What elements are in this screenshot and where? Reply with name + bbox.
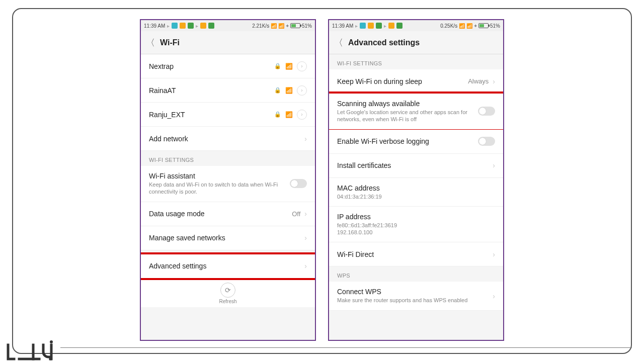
section-header: WPS <box>329 266 503 282</box>
row-title: Advanced settings <box>149 262 304 270</box>
chevron-right-icon: › <box>493 161 495 169</box>
wifi-network-row[interactable]: Ranju_EXT 🔒 📶 › <box>141 103 315 127</box>
signal-icon: 📶 <box>466 23 472 29</box>
wifi-icon: 📶 <box>285 111 293 118</box>
status-bar: 11:39 AM ▸ ▸ 2.21K/s 📶 📶 + 51% <box>141 20 315 31</box>
wifi-direct-row[interactable]: Wi-Fi Direct › <box>329 242 503 266</box>
refresh-icon[interactable]: ⟳ <box>220 283 235 298</box>
status-app-icon <box>208 23 214 29</box>
detail-icon[interactable]: › <box>297 110 307 120</box>
status-time: 11:39 AM <box>332 23 353 29</box>
toggle-switch[interactable] <box>478 107 495 116</box>
battery-icon <box>478 23 489 28</box>
row-title: IP address <box>337 213 495 221</box>
wifi-icon: 📶 <box>271 23 277 29</box>
signal-icon: 📶 <box>278 23 284 29</box>
row-title: Connect WPS <box>337 288 493 296</box>
phone-right: 11:39 AM ▸ ▸ 0.25K/s 📶 📶 + 51% <box>328 19 504 341</box>
mac-address-row: MAC address 04:d1:3a:21:36:19 <box>329 178 503 207</box>
ip-address-row: IP address fe80::6d1:3aff:fe21:3619 192.… <box>329 207 503 243</box>
wifi-icon: 📶 <box>459 23 465 29</box>
status-time: 11:39 AM <box>144 23 165 29</box>
chevron-right-icon: › <box>493 292 495 300</box>
wifi-network-row[interactable]: Nextrap 🔒 📶 › <box>141 54 315 78</box>
add-network-row[interactable]: Add network › <box>141 127 315 151</box>
row-subtitle: Keep data and Wi-Fi on to switch to data… <box>149 181 290 196</box>
wifi-network-row[interactable]: RainaAT 🔒 📶 › <box>141 78 315 103</box>
verbose-logging-row[interactable]: Enable Wi-Fi verbose logging <box>329 130 503 154</box>
page-title: Advanced settings <box>348 38 420 47</box>
lock-icon: 🔒 <box>274 111 281 118</box>
title-bar: 〈 Wi-Fi <box>141 31 315 54</box>
row-title: Wi-Fi assistant <box>149 172 290 180</box>
section-header: WI-FI SETTINGS <box>141 151 315 166</box>
row-value: Off <box>292 210 300 218</box>
footer-divider <box>60 347 632 348</box>
battery-percent: 51% <box>490 23 500 29</box>
chevron-right-icon: › <box>304 135 307 143</box>
wifi-assistant-row[interactable]: Wi-Fi assistant Keep data and Wi-Fi on t… <box>141 166 315 202</box>
connect-wps-row[interactable]: Connect WPS Make sure the router support… <box>329 282 503 310</box>
chevron-right-icon: › <box>493 250 495 258</box>
row-title: Install certificates <box>337 161 493 169</box>
status-app-icon <box>368 23 374 29</box>
data-usage-row[interactable]: Data usage mode Off › <box>141 202 315 226</box>
page-title: Wi-Fi <box>160 38 180 47</box>
scanning-available-row[interactable]: Scanning always available Let Google's l… <box>329 94 503 130</box>
row-value: Always <box>468 77 489 85</box>
content-area: WI-FI SETTINGS Keep Wi-Fi on during slee… <box>329 54 503 340</box>
content-area: Nextrap 🔒 📶 › RainaAT 🔒 📶 › <box>141 54 315 340</box>
wifi-icon: 📶 <box>285 87 293 94</box>
row-title: Wi-Fi Direct <box>337 250 493 258</box>
row-subtitle: Make sure the router supports and has WP… <box>337 297 493 304</box>
status-app-icon <box>172 23 178 29</box>
lock-icon: 🔒 <box>274 87 281 94</box>
add-network-label: Add network <box>149 135 304 143</box>
section-header: WI-FI SETTINGS <box>329 54 503 69</box>
detail-icon[interactable]: › <box>297 61 307 71</box>
status-app-icon <box>188 23 194 29</box>
refresh-label: Refresh <box>219 299 236 304</box>
title-bar: 〈 Advanced settings <box>329 31 503 54</box>
back-icon[interactable]: 〈 <box>146 37 155 49</box>
refresh-area: ⟳ Refresh <box>141 279 315 307</box>
status-app-icon <box>376 23 382 29</box>
row-title: Keep Wi-Fi on during sleep <box>337 77 468 85</box>
status-bar: 11:39 AM ▸ ▸ 0.25K/s 📶 📶 + 51% <box>329 20 503 31</box>
row-title: MAC address <box>337 184 495 192</box>
brand-logo <box>4 340 59 362</box>
network-name: Ranju_EXT <box>149 111 274 119</box>
chevron-right-icon: › <box>493 77 495 85</box>
status-speed: 2.21K/s <box>252 23 269 29</box>
keep-wifi-on-row[interactable]: Keep Wi-Fi on during sleep Always › <box>329 69 503 94</box>
battery-percent: 51% <box>302 23 312 29</box>
detail-icon[interactable]: › <box>297 85 307 96</box>
back-icon[interactable]: 〈 <box>334 37 343 49</box>
row-title: Scanning always available <box>337 100 478 108</box>
lock-icon: 🔒 <box>274 63 281 69</box>
row-subtitle: 04:d1:3a:21:36:19 <box>337 193 495 200</box>
row-title: Enable Wi-Fi verbose logging <box>337 137 478 145</box>
chevron-right-icon: › <box>304 234 307 242</box>
network-name: Nextrap <box>149 62 274 70</box>
chevron-right-icon: › <box>304 210 307 218</box>
advanced-settings-row[interactable]: Advanced settings › <box>141 254 315 279</box>
chevron-right-icon: › <box>304 262 307 270</box>
row-title: Manage saved networks <box>149 234 304 242</box>
status-speed: 0.25K/s <box>440 23 457 29</box>
battery-icon <box>290 23 300 28</box>
wifi-icon: 📶 <box>285 63 293 70</box>
row-subtitle: fe80::6d1:3aff:fe21:3619 192.168.0.100 <box>337 222 495 236</box>
toggle-switch[interactable] <box>478 137 495 146</box>
svg-point-0 <box>50 340 53 343</box>
status-app-icon <box>396 23 403 29</box>
manage-networks-row[interactable]: Manage saved networks › <box>141 226 315 250</box>
row-subtitle: Let Google's location service and other … <box>337 109 478 123</box>
outer-frame: 11:39 AM ▸ ▸ 2.21K/s 📶 📶 + 51% <box>12 8 632 354</box>
status-app-icon <box>200 23 206 29</box>
install-certificates-row[interactable]: Install certificates › <box>329 154 503 178</box>
phone-pair: 11:39 AM ▸ ▸ 2.21K/s 📶 📶 + 51% <box>140 19 504 341</box>
status-app-icon <box>388 23 394 29</box>
toggle-switch[interactable] <box>290 179 307 188</box>
row-title: Data usage mode <box>149 210 292 218</box>
